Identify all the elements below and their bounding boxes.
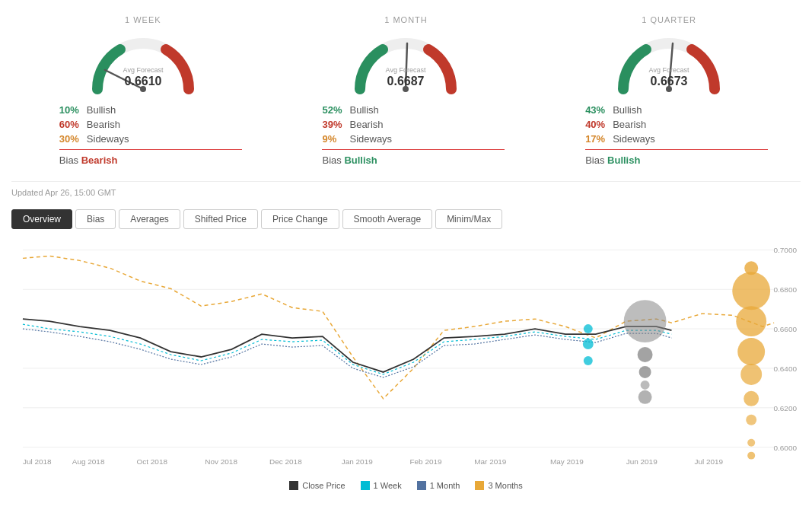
tab-minim-max[interactable]: Minim/Max [435, 209, 502, 229]
svg-text:0.6610: 0.6610 [124, 75, 161, 88]
bullish-pct-quarter: 43% [585, 104, 613, 116]
svg-text:Dec 2018: Dec 2018 [269, 457, 302, 466]
gauge-wrapper-quarter: Avg Forecast 0.6673 [608, 28, 730, 93]
svg-text:Avg Forecast: Avg Forecast [649, 66, 689, 74]
divider-week [59, 149, 242, 150]
gauge-wrapper-month: Avg Forecast 0.6687 [345, 28, 467, 93]
gauge-title-quarter: 1 QUARTER [642, 15, 696, 24]
svg-text:Feb 2019: Feb 2019 [409, 457, 442, 466]
chart-svg: 0.7000 0.6800 0.6600 0.6400 0.6200 0.600… [11, 239, 801, 475]
update-line: Updated Apr 26, 15:00 GMT [11, 182, 801, 203]
svg-point-37 [584, 356, 593, 365]
svg-text:Jul 2019: Jul 2019 [694, 457, 723, 466]
svg-text:0.7000: 0.7000 [774, 246, 798, 254]
bearish-pct-week: 60% [59, 119, 87, 130]
tab-bias[interactable]: Bias [75, 209, 116, 229]
svg-point-49 [746, 415, 756, 425]
gauge-title-week: 1 WEEK [125, 15, 161, 24]
svg-text:0.6200: 0.6200 [774, 404, 798, 412]
bias-month: Bias Bullish [322, 154, 505, 166]
tab-smooth-average[interactable]: Smooth Average [342, 209, 433, 229]
sideways-pct-quarter: 17% [585, 133, 613, 145]
legend-box-close [289, 481, 298, 490]
svg-point-41 [641, 380, 650, 390]
legend-label-week: 1 Week [374, 481, 402, 490]
legend-1month: 1 Month [417, 481, 460, 490]
svg-point-36 [583, 339, 594, 349]
legend-1week: 1 Week [361, 481, 402, 490]
stats-month: 52% Bullish 39% Bearish 9% Sideways Bias… [307, 104, 505, 166]
gauge-wrapper-week: Avg Forecast 0.6610 [82, 28, 204, 93]
svg-text:Avg Forecast: Avg Forecast [386, 66, 426, 74]
gauge-panel-month: 1 MONTH Avg Forecast 0.6687 52% Bullish [276, 15, 535, 166]
sideways-pct-month: 9% [322, 133, 349, 145]
tab-shifted-price[interactable]: Shifted Price [183, 209, 258, 229]
svg-point-40 [639, 366, 651, 378]
bias-value-quarter: Bullish [607, 154, 640, 166]
legend-box-3months [475, 481, 484, 490]
main-container: 1 WEEK Avg Forecast 0.6610 [0, 0, 812, 501]
legend: Close Price 1 Week 1 Month 3 Months [11, 475, 801, 494]
legend-label-3months: 3 Months [488, 481, 522, 490]
svg-point-47 [740, 364, 762, 385]
bullish-pct-month: 52% [322, 104, 349, 116]
svg-text:Jul 2018: Jul 2018 [23, 457, 52, 466]
gauge-title-month: 1 MONTH [384, 15, 428, 24]
stat-bullish-quarter: 43% Bullish [585, 104, 768, 116]
svg-point-39 [638, 347, 653, 362]
bearish-pct-month: 39% [322, 119, 349, 130]
tab-bar: Overview Bias Averages Shifted Price Pri… [11, 203, 801, 235]
stat-bearish-quarter: 40% Bearish [585, 119, 768, 130]
svg-text:0.6800: 0.6800 [774, 285, 798, 294]
stats-week: 10% Bullish 60% Bearish 30% Sideways Bia… [44, 104, 242, 166]
svg-point-51 [747, 452, 755, 460]
bullish-pct-week: 10% [59, 104, 87, 116]
sideways-pct-week: 30% [59, 133, 87, 145]
bearish-pct-quarter: 40% [585, 119, 613, 130]
gauge-svg-quarter: Avg Forecast 0.6673 [608, 28, 730, 97]
stat-bullish-week: 10% Bullish [59, 104, 242, 116]
legend-box-month [417, 481, 426, 490]
legend-3months: 3 Months [475, 481, 522, 490]
tab-price-change[interactable]: Price Change [261, 209, 339, 229]
svg-text:Avg Forecast: Avg Forecast [123, 66, 163, 74]
legend-close-price: Close Price [289, 481, 345, 490]
svg-text:Mar 2019: Mar 2019 [474, 457, 507, 466]
svg-text:May 2019: May 2019 [550, 457, 584, 466]
bias-week: Bias Bearish [59, 154, 242, 166]
gauge-svg-week: Avg Forecast 0.6610 [82, 28, 204, 97]
stat-sideways-month: 9% Sideways [322, 133, 505, 145]
stat-bearish-month: 39% Bearish [322, 119, 505, 130]
svg-text:0.6000: 0.6000 [774, 444, 798, 452]
svg-text:0.6600: 0.6600 [774, 325, 798, 333]
bias-value-month: Bullish [344, 154, 377, 166]
tab-overview[interactable]: Overview [11, 209, 72, 229]
svg-text:0.6400: 0.6400 [774, 365, 798, 373]
stats-quarter: 43% Bullish 40% Bearish 17% Sideways Bia… [570, 104, 768, 166]
gauge-panel-quarter: 1 QUARTER Avg Forecast 0.6673 43% Bullis… [540, 15, 798, 166]
svg-point-44 [732, 272, 770, 310]
stat-bearish-week: 60% Bearish [59, 119, 242, 130]
gauge-svg-month: Avg Forecast 0.6687 [345, 28, 467, 97]
legend-label-month: 1 Month [430, 481, 460, 490]
legend-label-close: Close Price [302, 481, 345, 490]
stat-bullish-month: 52% Bullish [322, 104, 505, 116]
bias-quarter: Bias Bullish [585, 154, 768, 166]
svg-text:Jun 2019: Jun 2019 [626, 457, 658, 466]
svg-point-42 [638, 390, 652, 404]
svg-text:Nov 2018: Nov 2018 [205, 457, 237, 466]
svg-point-38 [624, 300, 667, 342]
tab-averages[interactable]: Averages [119, 209, 180, 229]
svg-point-45 [736, 306, 766, 336]
stat-sideways-quarter: 17% Sideways [585, 133, 768, 145]
divider-month [322, 149, 505, 150]
svg-point-35 [584, 324, 593, 333]
svg-text:0.6673: 0.6673 [651, 75, 688, 88]
svg-text:0.6687: 0.6687 [387, 75, 425, 88]
legend-box-week [361, 481, 370, 490]
stat-sideways-week: 30% Sideways [59, 133, 242, 145]
svg-point-46 [737, 338, 765, 365]
divider-quarter [585, 149, 768, 150]
gauge-panel-week: 1 WEEK Avg Forecast 0.6610 [14, 15, 272, 166]
svg-text:Oct 2018: Oct 2018 [137, 457, 168, 466]
